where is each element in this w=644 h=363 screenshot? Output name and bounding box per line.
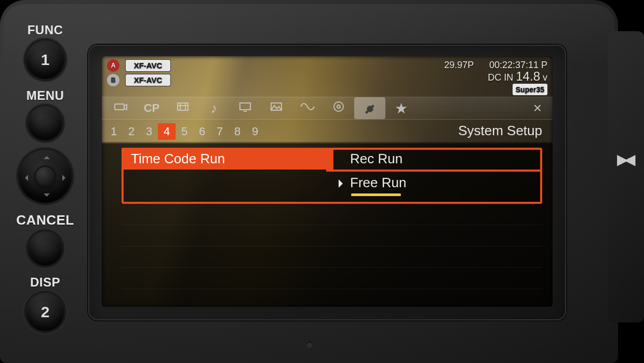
indicator-dot — [306, 341, 313, 347]
svg-point-4 — [334, 102, 343, 111]
svg-rect-2 — [240, 103, 250, 110]
lcd-screen[interactable]: A XF-AVC B XF-AVC 29.97P 00:22:37:11 P D… — [102, 56, 553, 307]
svg-rect-0 — [115, 104, 124, 110]
page-9[interactable]: 9 — [246, 125, 264, 138]
tab-custom-picture-icon[interactable]: CP — [136, 101, 167, 115]
page-4[interactable]: 4 — [158, 123, 176, 140]
dcin-unit: v — [540, 72, 547, 83]
slot-a-codec-badge: XF-AVC — [126, 60, 170, 71]
menu-category-title: System Setup — [458, 123, 542, 139]
joystick[interactable] — [19, 150, 72, 203]
page-6[interactable]: 6 — [193, 125, 211, 138]
selected-caret-icon — [339, 179, 347, 188]
dcin-label: DC IN — [488, 72, 516, 83]
tab-camera-icon[interactable] — [105, 101, 136, 115]
svg-rect-1 — [178, 103, 188, 110]
cancel-label: CANCEL — [11, 212, 79, 228]
photo-frame: ▶◀ FUNC 1 MENU CANCEL DISP 2 A — [0, 0, 644, 363]
sensor-badge: Super35 — [513, 84, 547, 95]
joystick-right-icon — [62, 175, 69, 181]
hardware-buttons-column: FUNC 1 MENU CANCEL DISP 2 — [11, 23, 79, 341]
setting-name: Time Code Run — [122, 148, 333, 170]
tab-audio-icon[interactable]: ♪ — [198, 100, 230, 116]
menu-tabs-row: CP ♪ ★ — [102, 97, 553, 120]
menu-page-row: 1 2 3 4 5 6 7 8 9 — [105, 121, 264, 142]
option-rec-run[interactable]: Rec Run — [350, 151, 403, 167]
menu-label: MENU — [11, 88, 79, 103]
camera-body-grip: ▶◀ — [608, 31, 644, 322]
tab-monitor-icon[interactable] — [230, 101, 261, 115]
status-right: 29.97P 00:22:37:11 P DC IN 14.8 v Super3… — [444, 59, 547, 95]
svg-point-5 — [337, 105, 340, 108]
page-7[interactable]: 7 — [211, 125, 229, 138]
func-label: FUNC — [11, 23, 79, 37]
menu-button[interactable] — [28, 106, 62, 140]
disp-2-button[interactable]: 2 — [26, 293, 64, 331]
func-1-button[interactable]: 1 — [26, 41, 64, 79]
joystick-up-icon — [44, 153, 50, 159]
tab-network-icon[interactable] — [292, 101, 323, 115]
joystick-stick — [36, 167, 55, 186]
tab-assist-icon[interactable] — [261, 101, 292, 115]
slot-b-codec-badge: XF-AVC — [126, 74, 170, 86]
status-bar: A XF-AVC B XF-AVC 29.97P 00:22:37:11 P D… — [107, 59, 547, 93]
disp-label: DISP — [11, 275, 79, 290]
joystick-left-icon — [22, 175, 28, 181]
menu-line-grid — [122, 204, 542, 300]
page-1[interactable]: 1 — [105, 125, 123, 138]
slot-a-icon: A — [107, 59, 119, 72]
tab-media-icon[interactable] — [323, 100, 354, 116]
slot-b-icon: B — [107, 74, 119, 86]
dcin-value: 14.8 — [516, 69, 540, 83]
timecode-value: 00:22:37:11 P — [489, 60, 547, 70]
tab-my-menu-icon[interactable]: ★ — [385, 100, 417, 117]
close-menu-button[interactable]: × — [526, 100, 549, 116]
flip-arrows-icon: ▶◀ — [617, 151, 632, 168]
menu-setting-card: Time Code Run Rec Run Free Run — [122, 148, 542, 200]
framerate-value: 29.97P — [444, 60, 474, 70]
page-3[interactable]: 3 — [140, 125, 158, 138]
selected-underline — [351, 193, 401, 196]
tab-system-setup-icon[interactable] — [354, 97, 385, 119]
page-8[interactable]: 8 — [229, 125, 246, 138]
lcd-bezel: A XF-AVC B XF-AVC 29.97P 00:22:37:11 P D… — [88, 45, 566, 320]
page-2[interactable]: 2 — [123, 125, 140, 138]
page-5[interactable]: 5 — [176, 125, 193, 138]
joystick-down-icon — [44, 193, 50, 200]
svg-rect-3 — [271, 103, 281, 110]
option-free-run[interactable]: Free Run — [339, 175, 406, 191]
cancel-button[interactable] — [28, 231, 62, 266]
tab-clip-icon[interactable] — [167, 101, 198, 115]
